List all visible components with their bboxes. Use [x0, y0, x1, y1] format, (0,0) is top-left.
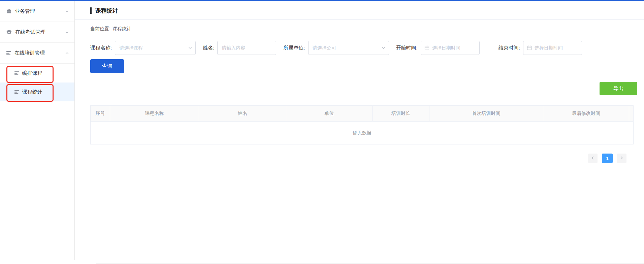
query-button[interactable]: 查询 [90, 59, 124, 73]
pagination: 1 [75, 154, 644, 163]
empty-placeholder: 暂无数据 [91, 122, 634, 144]
breadcrumb: 当前位置: 课程统计 [90, 26, 644, 32]
briefcase-icon [6, 8, 12, 14]
company-select[interactable] [308, 41, 389, 55]
calendar-icon [424, 45, 429, 51]
column-header-first-training-time: 首次培训时间 [429, 106, 543, 122]
breadcrumb-current: 课程统计 [112, 26, 131, 32]
column-header-name: 姓名 [199, 106, 286, 122]
sidebar-item-arrange-course[interactable]: 编排课程 [0, 64, 74, 82]
breadcrumb-label: 当前位置: [90, 26, 110, 32]
sidebar: 业务管理 在线考试管理 在线培训管理 编排课程 课程统计 [0, 1, 75, 260]
start-time-picker[interactable] [421, 41, 480, 55]
table-header-row: 序号 课程名称 姓名 单位 培训时长 首次培训时间 最后修改时间 [91, 106, 634, 122]
person-name-input[interactable] [218, 41, 276, 55]
sidebar-item-online-exam-management[interactable]: 在线考试管理 [0, 22, 74, 43]
end-time-input[interactable] [523, 41, 582, 55]
end-time-label: 结束时间: [498, 45, 520, 51]
chevron-up-icon [65, 51, 69, 55]
course-name-select-input[interactable] [115, 41, 195, 55]
list-icon [14, 90, 19, 94]
list-icon [14, 71, 19, 75]
calendar-icon [527, 45, 532, 51]
column-header-gutter [629, 106, 634, 122]
toolbar: 导出 [75, 82, 644, 95]
person-name-field[interactable] [217, 41, 276, 55]
prev-page-button[interactable] [588, 154, 598, 163]
graduation-cap-icon [6, 30, 12, 35]
filter-course-name: 课程名称: [90, 41, 196, 55]
main-content: 课程统计 当前位置: 课程统计 课程名称: 姓名: 所属单位: [75, 1, 644, 264]
end-time-picker[interactable] [523, 41, 582, 55]
next-page-button[interactable] [617, 154, 626, 163]
export-button[interactable]: 导出 [600, 82, 637, 95]
chevron-down-icon [381, 46, 386, 50]
course-name-label: 课程名称: [90, 45, 112, 51]
sidebar-item-course-statistics[interactable]: 课程统计 [0, 82, 74, 101]
page-title-row: 课程统计 [75, 1, 644, 14]
start-time-label: 开始时间: [396, 45, 418, 51]
title-accent-bar [90, 7, 92, 14]
column-header-course-name: 课程名称 [110, 106, 199, 122]
company-label: 所属单位: [283, 45, 305, 51]
page-title: 课程统计 [95, 7, 118, 14]
filter-person-name: 姓名: [203, 41, 276, 55]
course-statistics-table: 序号 课程名称 姓名 单位 培训时长 首次培训时间 最后修改时间 暂无数据 [90, 105, 634, 144]
company-select-input[interactable] [309, 41, 389, 55]
sidebar-item-label: 在线考试管理 [15, 29, 65, 35]
page-1-button[interactable]: 1 [602, 154, 613, 163]
header-divider [75, 19, 644, 20]
column-header-last-modified-time: 最后修改时间 [543, 106, 629, 122]
filter-company: 所属单位: [283, 41, 389, 55]
sidebar-item-label: 在线培训管理 [14, 50, 65, 56]
list-icon [6, 51, 11, 56]
sidebar-item-label: 编排课程 [22, 70, 42, 76]
column-header-unit: 单位 [286, 106, 373, 122]
chevron-down-icon [188, 46, 192, 50]
empty-row: 暂无数据 [91, 122, 634, 144]
filter-start-time: 开始时间: [396, 41, 480, 55]
course-name-select[interactable] [115, 41, 196, 55]
filter-end-time: 结束时间: [498, 41, 582, 55]
chevron-down-icon [65, 30, 69, 34]
sidebar-item-label: 课程统计 [22, 89, 42, 95]
chevron-down-icon [65, 9, 69, 13]
person-name-label: 姓名: [203, 45, 214, 51]
filter-bar: 课程名称: 姓名: 所属单位: 开始时间: [90, 41, 644, 55]
chevron-left-icon [591, 156, 595, 161]
column-header-index: 序号 [91, 106, 110, 122]
sidebar-item-online-training-management[interactable]: 在线培训管理 [0, 43, 74, 64]
chevron-right-icon [620, 156, 624, 161]
start-time-input[interactable] [421, 41, 479, 55]
sidebar-item-business-management[interactable]: 业务管理 [0, 1, 74, 22]
sidebar-item-label: 业务管理 [15, 8, 65, 14]
column-header-training-duration: 培训时长 [373, 106, 429, 122]
